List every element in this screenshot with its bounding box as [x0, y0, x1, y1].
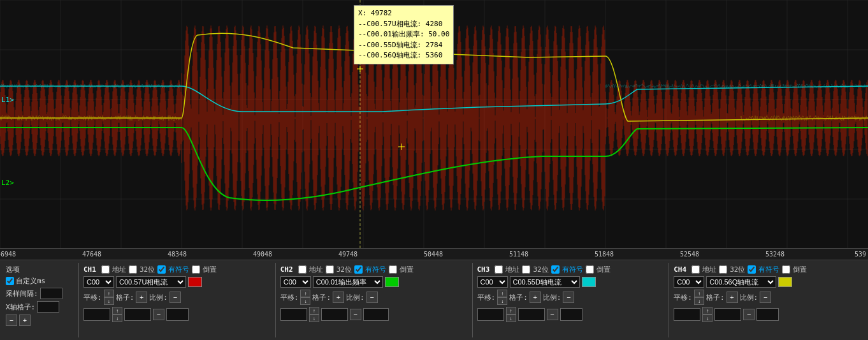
ch1-b32-checkbox[interactable]	[129, 265, 137, 274]
ch1-sign-checkbox[interactable]	[157, 265, 166, 274]
ch4-inv-checkbox[interactable]	[782, 265, 790, 274]
ch2-grid-plus[interactable]: +	[333, 292, 344, 303]
ch3-grid-plus[interactable]: +	[530, 292, 541, 303]
ch4-grid-value[interactable]: 2000	[714, 308, 741, 321]
oscilloscope-canvas	[0, 0, 868, 249]
sample-interval-input[interactable]: 3	[40, 288, 62, 299]
ch2-grid-arrows: ↑ ↓	[309, 307, 319, 322]
ch1-scale-minus[interactable]: −	[170, 292, 181, 303]
ch2-shift-arrows: ↑ ↓	[300, 290, 310, 305]
ch4-shift-down[interactable]: ↓	[694, 297, 704, 305]
ch1-shift-down[interactable]: ↓	[104, 297, 114, 305]
ch1-inv-checkbox[interactable]	[192, 265, 200, 274]
ch1-grid-value[interactable]: 2000	[124, 308, 151, 321]
ch2-color-box[interactable]	[385, 277, 399, 287]
ch2-grid-down[interactable]: ↓	[309, 314, 319, 322]
ch1-scale-value[interactable]: 1	[166, 308, 189, 321]
ch1-addr-checkbox[interactable]	[101, 265, 110, 274]
ch2-grid-value[interactable]: 20	[321, 308, 348, 321]
ch4-addr-checkbox[interactable]	[691, 265, 700, 274]
ch1-b32-label: 32位	[140, 265, 155, 274]
x-label-7: 51848	[595, 251, 614, 258]
ch3-scale-label: 比例:	[543, 293, 561, 302]
ch2-inv-label: 倒置	[400, 265, 414, 274]
x-label-6: 51148	[509, 251, 528, 258]
ch1-grid-plus[interactable]: +	[136, 292, 147, 303]
ch3-b32-label: 32位	[533, 265, 548, 274]
ch1-grid-up[interactable]: ↑	[112, 307, 122, 314]
ch2-shift-up[interactable]: ↑	[300, 290, 310, 297]
ch2-b32-checkbox[interactable]	[326, 265, 334, 274]
ch2-sign-checkbox[interactable]	[354, 265, 363, 274]
ch2-scale-value[interactable]: 0.01	[363, 308, 389, 321]
ch2-signal-select[interactable]: C00.01输出频率	[313, 276, 383, 288]
ch2-section: CH2 地址 32位 有符号 倒置 C00 C00.01输出频率 平移: ↑ ↓	[277, 263, 473, 337]
ch3-sign-checkbox[interactable]	[551, 265, 560, 274]
x-grid-minus-button[interactable]: −	[6, 314, 17, 326]
ch3-shift-up[interactable]: ↑	[497, 290, 507, 297]
ch3-grid-label: 格子:	[509, 293, 528, 302]
ch2-scale-minus[interactable]: −	[366, 292, 378, 303]
ch4-grid-up[interactable]: ↑	[702, 307, 712, 314]
ch1-shift-value[interactable]: 400	[83, 308, 110, 321]
ch1-signal-select[interactable]: C00.57U相电流	[116, 276, 186, 288]
ch4-b32-checkbox[interactable]	[719, 265, 727, 274]
ch3-shift-down[interactable]: ↓	[497, 297, 507, 305]
ch2-shift-down[interactable]: ↓	[300, 297, 310, 305]
ch2-grid-minus[interactable]: −	[350, 309, 361, 320]
ch3-coo-select[interactable]: C00	[477, 276, 508, 288]
x-label-0: 46948	[0, 251, 16, 258]
ch1-coo-select[interactable]: C00	[83, 276, 114, 288]
ch2-coo-select[interactable]: C00	[280, 276, 311, 288]
l1-label: L1>	[1, 96, 14, 104]
ch3-sign-label: 有符号	[562, 265, 583, 274]
ch2-shift-value[interactable]: 4	[280, 308, 307, 321]
ch1-label: CH1	[83, 265, 96, 274]
x-label-3: 49048	[253, 251, 272, 258]
ch1-color-box[interactable]	[188, 277, 202, 287]
ch3-signal-select[interactable]: C00.55D轴电流	[510, 276, 580, 288]
ch2-sign-label: 有符号	[365, 265, 386, 274]
ch3-addr-checkbox[interactable]	[495, 265, 503, 274]
ch2-addr-checkbox[interactable]	[298, 265, 307, 274]
ch3-grid-up[interactable]: ↑	[506, 307, 516, 314]
ch1-grid-down[interactable]: ↓	[112, 314, 122, 322]
ch3-scale-value[interactable]: 1	[560, 308, 582, 321]
ch3-grid-minus[interactable]: −	[547, 309, 558, 320]
sample-interval-label: 采样间隔:	[6, 289, 38, 299]
left-controls: 选项 自定义ms 采样间隔: 3 X轴格子: 700 − +	[3, 263, 79, 337]
ch4-grid-plus[interactable]: +	[727, 292, 738, 303]
ch4-signal-select[interactable]: C00.56Q轴电流	[706, 276, 776, 288]
ch4-b32-label: 32位	[730, 265, 745, 274]
x-label-5: 50448	[424, 251, 443, 258]
ch3-b32-checkbox[interactable]	[522, 265, 530, 274]
ch3-grid-value[interactable]: 2000	[518, 308, 545, 321]
ch3-inv-checkbox[interactable]	[586, 265, 594, 274]
ch4-grid-arrows: ↑ ↓	[702, 307, 712, 322]
chart-area: L1> L2> X: 49782 --C00.57U相电流: 4280 --C0…	[0, 0, 868, 249]
ch4-sign-checkbox[interactable]	[748, 265, 756, 274]
ch4-shift-value[interactable]: 400	[674, 308, 700, 321]
ch4-color-box[interactable]	[778, 277, 792, 287]
ch4-grid-down[interactable]: ↓	[702, 314, 712, 322]
ch4-shift-up[interactable]: ↑	[694, 290, 704, 297]
ch4-scale-minus[interactable]: −	[760, 292, 771, 303]
ch4-label: CH4	[674, 265, 686, 274]
x-label-9: 53248	[765, 251, 785, 258]
ch3-grid-down[interactable]: ↓	[506, 314, 516, 322]
ch4-coo-select[interactable]: C00	[674, 276, 704, 288]
x-grid-plus-button[interactable]: +	[19, 314, 31, 326]
ch3-color-box[interactable]	[582, 277, 596, 287]
ch4-grid-minus[interactable]: −	[743, 309, 755, 320]
ch2-grid-up[interactable]: ↑	[309, 307, 319, 314]
ch3-grid-arrows: ↑ ↓	[506, 307, 516, 322]
ch4-scale-value[interactable]: 1	[756, 308, 779, 321]
x-grid-input[interactable]: 700	[37, 301, 59, 313]
ch2-inv-checkbox[interactable]	[389, 265, 397, 274]
ch3-scale-minus[interactable]: −	[563, 292, 574, 303]
ch3-shift-value[interactable]: 400	[477, 308, 504, 321]
custom-ms-checkbox[interactable]	[6, 277, 14, 285]
ch4-inv-label: 倒置	[793, 265, 807, 274]
ch1-shift-up[interactable]: ↑	[104, 290, 114, 297]
ch1-grid-minus[interactable]: −	[153, 309, 164, 320]
